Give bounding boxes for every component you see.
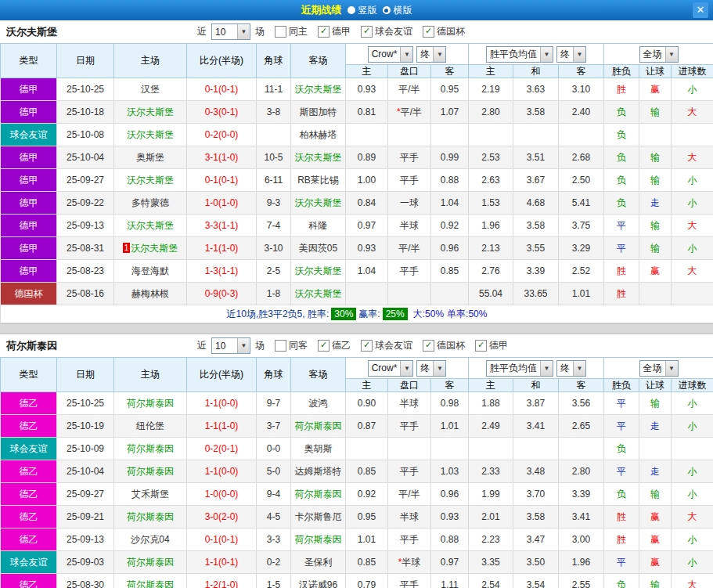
odds-time-select[interactable]: 终▼ — [416, 360, 446, 377]
euro-odds-select[interactable]: 胜平负均值▼ — [486, 360, 553, 377]
layout-radio-horizontal[interactable]: 横版 — [383, 4, 412, 17]
asian-away-odds: 0.88 — [431, 169, 469, 192]
asian-odds-filter-cell: Crow*▼终▼ — [346, 44, 469, 65]
near-label: 近 — [197, 339, 207, 352]
odds-company-select[interactable]: Crow*▼ — [368, 46, 414, 63]
league-badge: 德乙 — [1, 460, 57, 483]
euro-odds-select[interactable]: 胜平负均值▼ — [486, 46, 553, 63]
euro-away-odds: 2.80 — [559, 460, 604, 483]
home-team: 荷尔斯泰因 — [114, 438, 187, 460]
filter-controls: 近10▼场同客✓德乙✓球会友谊✓德国杯✓德甲 — [197, 337, 508, 354]
col-asian-home: 主 — [346, 379, 388, 392]
col-date: 日期 — [57, 44, 114, 78]
euro-time-select[interactable]: 终▼ — [556, 360, 586, 377]
odds-time-select-value: 终 — [417, 362, 433, 375]
handicap-value — [388, 438, 431, 460]
corner-score: 11-1 — [257, 78, 291, 101]
euro-odds-filter-cell: 胜平负均值▼终▼ — [469, 358, 604, 379]
odds-time-select[interactable]: 终▼ — [416, 46, 446, 63]
home-team: 沃尔夫斯堡 — [114, 124, 187, 146]
euro-draw-odds: 3.58 — [513, 506, 559, 528]
match-date: 25-08-16 — [57, 283, 114, 305]
filter-checkbox-1[interactable]: ✓德乙 — [318, 339, 351, 352]
result-cell: 胜 — [604, 78, 639, 101]
home-team: 沙尔克04 — [114, 528, 187, 551]
euro-draw-odds: 3.58 — [513, 215, 559, 237]
result-cell: 胜 — [604, 283, 639, 305]
euro-home-odds: 2.63 — [469, 169, 513, 192]
asian-home-odds — [346, 283, 388, 305]
window-title: 近期战绩 — [301, 3, 342, 17]
filter-checkbox-2[interactable]: ✓球会友谊 — [361, 25, 412, 38]
chevron-down-icon: ▼ — [237, 24, 250, 39]
euro-time-select[interactable]: 终▼ — [556, 46, 586, 63]
chevron-down-icon: ▼ — [665, 47, 678, 62]
result-cell: 负 — [604, 192, 639, 215]
euro-away-odds: 3.10 — [559, 78, 604, 101]
asian-away-odds: 0.96 — [431, 483, 469, 506]
euro-home-odds: 2.53 — [469, 146, 513, 169]
league-badge: 德甲 — [1, 260, 57, 283]
home-team: 多特蒙德 — [114, 192, 187, 215]
filter-checkbox-0[interactable]: 同主 — [275, 25, 308, 38]
scope-select[interactable]: 全场▼ — [639, 360, 679, 377]
col-type: 类型 — [1, 44, 57, 78]
away-team: 汉诺威96 — [291, 574, 346, 588]
match-date: 25-09-22 — [57, 192, 114, 215]
asian-home-odds: 0.85 — [346, 551, 388, 574]
match-count-select[interactable]: 10▼ — [211, 23, 250, 40]
asian-home-odds — [346, 124, 388, 146]
chevron-down-icon: ▼ — [400, 361, 412, 376]
col-euro-home: 主 — [469, 379, 513, 392]
filter-checkbox-0[interactable]: 同客 — [275, 339, 308, 352]
asian-away-odds: 1.11 — [431, 574, 469, 588]
result-cell: 负 — [604, 438, 639, 460]
asian-home-odds: 0.85 — [346, 460, 388, 483]
away-team: 沃尔夫斯堡 — [291, 192, 346, 215]
match-score: 1-1(1-0) — [187, 415, 257, 438]
results-table: 类型日期主场比分(半场)角球客场Crow*▼终▼胜平负均值▼终▼全场▼主盘口客主… — [0, 357, 713, 588]
corner-score: 4-5 — [257, 506, 291, 528]
handicap-value: 半球 — [388, 506, 431, 528]
close-icon[interactable]: ✕ — [693, 2, 708, 18]
match-count-select[interactable]: 10▼ — [211, 337, 250, 354]
profit-rate-badge: 25% — [383, 308, 408, 320]
match-date: 25-09-27 — [57, 169, 114, 192]
layout-radio-vertical[interactable]: 竖版 — [347, 4, 377, 17]
odds-company-select[interactable]: Crow*▼ — [368, 360, 414, 377]
match-score: 0-1(0-1) — [187, 528, 257, 551]
checkbox-unchecked-icon — [275, 26, 286, 38]
league-badge: 德乙 — [1, 506, 57, 528]
asian-away-odds: 0.85 — [431, 260, 469, 283]
filter-checkbox-2[interactable]: ✓球会友谊 — [361, 339, 412, 352]
result-cell: 平 — [604, 215, 639, 237]
col-score: 比分(半场) — [187, 358, 257, 392]
euro-home-odds: 2.23 — [469, 528, 513, 551]
scope-filter-cell: 全场▼ — [604, 44, 713, 65]
filter-checkbox-3[interactable]: ✓德国杯 — [423, 25, 465, 38]
match-score: 1-2(1-0) — [187, 574, 257, 588]
handicap-result-cell: 赢 — [639, 78, 672, 101]
away-team: 达姆斯塔特 — [291, 460, 346, 483]
goals-result-cell: 小 — [672, 415, 713, 438]
goals-result-cell: 小 — [672, 192, 713, 215]
asian-odds-filter-cell: Crow*▼终▼ — [346, 358, 469, 379]
filter-checkbox-3[interactable]: ✓德国杯 — [423, 339, 465, 352]
scope-select[interactable]: 全场▼ — [639, 46, 679, 63]
result-cell: 胜 — [604, 506, 639, 528]
handicap-value: 半球 — [388, 392, 431, 415]
near-label: 近 — [197, 25, 207, 38]
rank-badge: 1 — [123, 243, 131, 253]
checkbox-checked-icon: ✓ — [423, 340, 434, 352]
filter-checkbox-1[interactable]: ✓德甲 — [318, 25, 351, 38]
handicap-value — [388, 124, 431, 146]
away-team: 斯图加特 — [291, 101, 346, 124]
league-badge: 德国杯 — [1, 283, 57, 305]
goals-result-cell — [672, 283, 713, 305]
match-score: 1-1(0-1) — [187, 551, 257, 574]
league-badge: 德甲 — [1, 146, 57, 169]
handicap-result-cell: 输 — [639, 574, 672, 588]
filter-checkbox-4[interactable]: ✓德甲 — [475, 339, 508, 352]
euro-odds-select-value: 胜平负均值 — [487, 48, 540, 61]
col-home: 主场 — [114, 44, 187, 78]
